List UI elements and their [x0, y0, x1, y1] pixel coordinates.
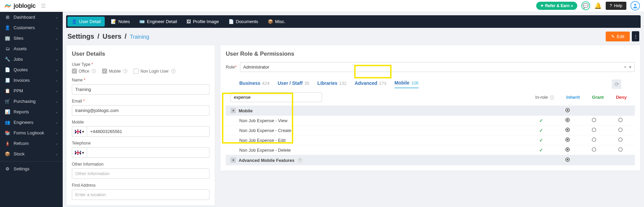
- radio-inherit[interactable]: [565, 128, 570, 132]
- role-select[interactable]: Administrator ×▾: [240, 62, 635, 72]
- role-label: Role*: [226, 64, 237, 70]
- perm-tab-label: Mobile: [395, 80, 409, 86]
- perm-tab-mobile[interactable]: Mobile106: [395, 80, 419, 88]
- sidebar-item-quotes[interactable]: 📄 Quotes ⌄: [0, 64, 63, 75]
- perm-tab-user-staff[interactable]: User / Staff35: [278, 80, 309, 88]
- help-button[interactable]: ? Help: [606, 2, 626, 10]
- telephone-country-select[interactable]: ▾: [72, 147, 87, 158]
- sidebar-icon: 🧯: [5, 141, 10, 146]
- radio-deny[interactable]: [618, 118, 623, 122]
- checkbox-icon: ✓: [72, 69, 77, 74]
- radio-deny[interactable]: [618, 128, 623, 132]
- chevron-down-icon[interactable]: ▾: [629, 64, 631, 70]
- help-icon[interactable]: ?: [171, 69, 176, 73]
- tab-misc-[interactable]: 📦Misc.: [263, 16, 290, 27]
- perm-group-advanced-mobile-features[interactable]: ▾ Advanced Mobile Features?: [226, 155, 635, 165]
- chevron-down-icon: ⌄: [55, 15, 58, 19]
- chevron-down-icon: ⌄: [55, 47, 58, 51]
- sidebar-item-engineers[interactable]: 👥 Engineers ⌄: [0, 117, 63, 128]
- collapse-icon[interactable]: ▾: [230, 108, 236, 113]
- perm-tab-business[interactable]: Business424: [239, 80, 269, 88]
- refer-earn-button[interactable]: ✦ Refer & Earn »: [536, 2, 577, 10]
- sidebar-icon: 📋: [5, 88, 10, 93]
- radio-grant[interactable]: [592, 128, 596, 132]
- email-label: Email *: [72, 99, 209, 104]
- avatar[interactable]: [630, 1, 640, 11]
- tab-engineer-detail[interactable]: 🪪Engineer Detail: [135, 16, 182, 27]
- more-button[interactable]: ⋮: [632, 31, 639, 41]
- find-address-input[interactable]: [72, 189, 209, 200]
- perm-group-label: Mobile: [239, 108, 253, 113]
- other-info-input[interactable]: [72, 168, 209, 179]
- radio-inherit[interactable]: [565, 157, 570, 162]
- email-input[interactable]: [72, 105, 209, 116]
- check-icon: ✓: [539, 128, 543, 133]
- tab-notes[interactable]: 📝Notes: [106, 16, 135, 27]
- perm-tab-count: 132: [339, 81, 346, 86]
- tab-profile-image[interactable]: 🖼Profile Image: [182, 16, 224, 27]
- help-icon[interactable]: ?: [123, 69, 127, 73]
- radio-grant[interactable]: [592, 137, 596, 142]
- sidebar-item-customers[interactable]: 👤 Customers ⌄: [0, 22, 63, 33]
- radio-inherit[interactable]: [565, 118, 570, 122]
- sidebar-label: Jobs: [14, 57, 55, 62]
- edit-button[interactable]: ✎ Edit: [606, 32, 630, 41]
- help-icon[interactable]: ?: [92, 69, 96, 73]
- sidebar-item-ppm[interactable]: 📋 PPM ⌄: [0, 86, 63, 96]
- nonlogin-checkbox[interactable]: Non Login User ?: [134, 69, 175, 74]
- sidebar-item-forms-logbook[interactable]: 📚 Forms Logbook ⌄: [0, 128, 63, 138]
- tab-bar: 👤User Detail📝Notes🪪Engineer Detail🖼Profi…: [66, 15, 641, 28]
- breadcrumb-parent[interactable]: Users: [103, 33, 122, 40]
- perm-tab-advanced[interactable]: Advanced173: [355, 80, 386, 88]
- sidebar-item-stock[interactable]: 📦 Stock ⌄: [0, 149, 63, 159]
- logo[interactable]: joblogic: [4, 2, 36, 10]
- mobile-input[interactable]: [87, 126, 209, 137]
- radio-inherit[interactable]: [565, 147, 570, 152]
- permission-search-input[interactable]: [230, 92, 322, 102]
- clear-icon[interactable]: ×: [624, 64, 626, 70]
- sidebar-item-jobs[interactable]: 🔧 Jobs ⌄: [0, 54, 63, 64]
- radio-grant[interactable]: [592, 147, 596, 152]
- mobile-checkbox[interactable]: ✓ Mobile ?: [102, 69, 127, 74]
- collapse-icon[interactable]: ▾: [230, 157, 236, 163]
- tab-user-detail[interactable]: 👤User Detail: [67, 17, 105, 26]
- radio-inherit[interactable]: [565, 137, 570, 142]
- perm-tab-label: Advanced: [355, 80, 377, 86]
- sidebar-item-assets[interactable]: 🗂 Assets ⌄: [0, 43, 63, 54]
- radio-deny[interactable]: [618, 147, 623, 152]
- radio-deny[interactable]: [618, 137, 623, 142]
- refresh-button[interactable]: ⟳: [612, 79, 621, 89]
- mobile-country-select[interactable]: ▾: [72, 126, 87, 137]
- top-header: joblogic ☰ ✦ Refer & Earn » 💬 🔔 ? Help: [0, 0, 644, 12]
- sidebar-item-refcom[interactable]: 🧯 Refcom ⌄: [0, 138, 63, 149]
- sidebar-label: Customers: [14, 25, 55, 30]
- sidebar-item-reports[interactable]: 📊 Reports ⌄: [0, 107, 63, 117]
- sidebar-label: Quotes: [14, 67, 55, 72]
- perm-group-mobile[interactable]: ▾ Mobile: [226, 106, 635, 116]
- breadcrumb-root[interactable]: Settings: [67, 33, 94, 40]
- perm-tab-libraries[interactable]: Libraries132: [317, 80, 346, 88]
- main: 👤User Detail📝Notes🪪Engineer Detail🖼Profi…: [63, 12, 644, 207]
- checkbox-icon: ✓: [102, 69, 107, 74]
- sidebar-item-dashboard[interactable]: ⊞ Dashboard ⌄: [0, 12, 63, 22]
- user-details-title: User Details: [72, 51, 209, 57]
- notifications-icon[interactable]: 🔔: [594, 2, 602, 10]
- permissions-panel: User Role & Permissions Role* Administra…: [220, 45, 641, 171]
- radio-inherit[interactable]: [565, 108, 570, 112]
- hamburger-icon[interactable]: ☰: [41, 3, 46, 9]
- permissions-list: ▾ Mobile Non Job Expense - View ✓ Non Jo…: [226, 106, 635, 165]
- sidebar-item-sites[interactable]: 🏢 Sites ⌄: [0, 33, 63, 43]
- sidebar-item-settings[interactable]: ⚙Settings: [0, 164, 63, 174]
- sidebar-item-purchasing[interactable]: 🛒 Purchasing ⌄: [0, 96, 63, 107]
- help-icon[interactable]: ?: [550, 95, 554, 100]
- name-input[interactable]: [72, 84, 209, 95]
- radio-grant[interactable]: [592, 118, 596, 122]
- chat-icon[interactable]: 💬: [581, 1, 590, 10]
- permissions-title: User Role & Permissions: [226, 51, 635, 57]
- help-icon[interactable]: ?: [298, 158, 302, 163]
- tab-documents[interactable]: 📄Documents: [224, 16, 263, 27]
- sidebar-item-invoices[interactable]: 🧾 Invoices ⌄: [0, 75, 63, 86]
- office-checkbox[interactable]: ✓ Office ?: [72, 69, 96, 74]
- telephone-input[interactable]: [87, 147, 209, 158]
- sidebar-label: Reports: [14, 109, 55, 114]
